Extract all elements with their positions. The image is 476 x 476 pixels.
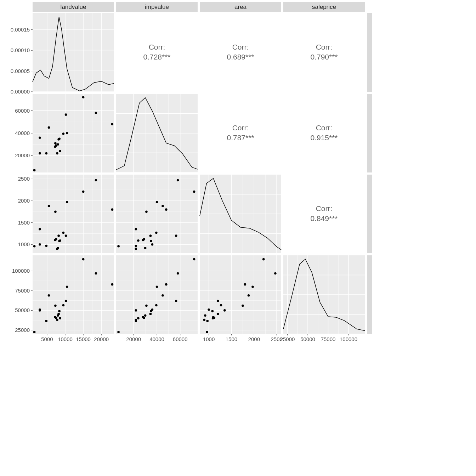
scatter-point [162,294,164,297]
x-tick-label: 40000 [149,336,164,342]
corr-value: 0.689*** [227,53,254,61]
svg-rect-8 [367,13,372,92]
strip-top-area: area [200,2,281,12]
svg-rect-28 [116,13,198,92]
panel-area-vs-landvalue [33,175,114,253]
corr-label: Corr: [316,43,333,51]
y-tick-label: 25000 [15,327,30,333]
scatter-point [208,308,210,311]
scatter-point [135,245,137,247]
scatter-point [54,211,57,213]
scatter-point [39,308,41,311]
svg-rect-56 [33,175,114,253]
corr-value: 0.915*** [310,134,338,142]
panel-area-vs-saleprice: Corr:0.849*** [283,175,365,253]
scatter-point [65,113,67,116]
scatter-point [66,132,68,135]
scatter-point [223,309,226,312]
scatter-point [111,283,114,286]
scatter-point [144,314,147,317]
corr-label: Corr: [149,43,165,51]
svg-text:landvalue: landvalue [61,4,86,10]
y-tick-label: 0.00010 [11,47,30,53]
scatter-point [33,331,36,333]
scatter-point [212,317,214,319]
scatter-point [242,305,244,307]
scatter-point [156,201,158,203]
pairs-plot: landvalueimpvalueareasalepricelandvaluei… [4,2,372,356]
scatter-point [145,305,148,307]
scatter-point [165,208,168,211]
scatter-point [262,258,265,261]
x-tick-label: 25000 [280,336,295,342]
scatter-point [211,310,214,312]
panel-landvalue-vs-area: Corr:0.689*** [200,13,281,92]
x-tick-label: 15000 [76,336,91,342]
scatter-point [217,313,219,315]
scatter-point [135,309,137,312]
scatter-point [55,317,57,319]
scatter-point [54,142,57,144]
scatter-point [82,258,85,261]
scatter-point [66,201,68,203]
y-tick-label: 0.00000 [11,89,30,95]
strip-right-impvalue: impvalue [367,94,372,172]
scatter-point [244,283,246,286]
x-tick-label: 75000 [321,336,336,342]
scatter-point [39,228,41,231]
scatter-point [143,238,146,240]
scatter-point [82,191,85,193]
scatter-point [65,234,67,237]
scatter-point [155,304,158,307]
x-tick-label: 100000 [340,336,357,342]
panel-saleprice-vs-impvalue [116,255,198,334]
panel-landvalue-vs-saleprice: Corr:0.790*** [283,13,365,92]
scatter-point [251,286,254,288]
scatter-point [135,319,137,321]
scatter-point [59,317,61,319]
scatter-point [54,305,57,307]
panel-landvalue-vs-landvalue [33,13,114,92]
svg-rect-29 [200,13,281,92]
svg-rect-14 [367,255,372,334]
svg-rect-125 [200,255,281,334]
x-tick-label: 1500 [226,336,237,342]
scatter-point [58,138,61,140]
strip-right-area: area [367,175,372,253]
scatter-point [150,310,152,312]
scatter-point [217,300,219,302]
scatter-point [48,294,50,297]
scatter-point [151,243,154,246]
scatter-point [137,317,140,319]
scatter-point [39,152,41,155]
scatter-point [175,234,177,237]
scatter-point [59,239,61,242]
x-tick-label: 50000 [300,336,315,342]
svg-rect-30 [283,13,365,92]
scatter-point [62,304,65,307]
scatter-point [48,205,50,208]
panel-impvalue-vs-landvalue [33,94,114,172]
svg-rect-16 [33,13,114,92]
scatter-point [95,272,97,275]
x-tick-label: 2000 [248,336,260,342]
strip-right-saleprice: saleprice [367,255,372,334]
scatter-point [56,319,58,321]
scatter-point [177,272,179,275]
corr-label: Corr: [232,43,249,51]
scatter-point [111,208,114,211]
scatter-point [193,258,196,261]
y-tick-label: 2500 [18,176,30,182]
panel-landvalue-vs-impvalue: Corr:0.728*** [116,13,198,92]
scatter-point [33,169,36,171]
panel-saleprice-vs-saleprice [283,255,365,334]
x-tick-label: 60000 [173,336,188,342]
svg-rect-96 [283,175,365,253]
y-tick-label: 0.00015 [11,27,30,33]
scatter-point [55,238,57,240]
strip-top-impvalue: impvalue [116,2,198,12]
svg-rect-12 [367,175,372,253]
scatter-point [95,112,97,114]
scatter-point [48,126,50,129]
scatter-point [248,294,250,297]
